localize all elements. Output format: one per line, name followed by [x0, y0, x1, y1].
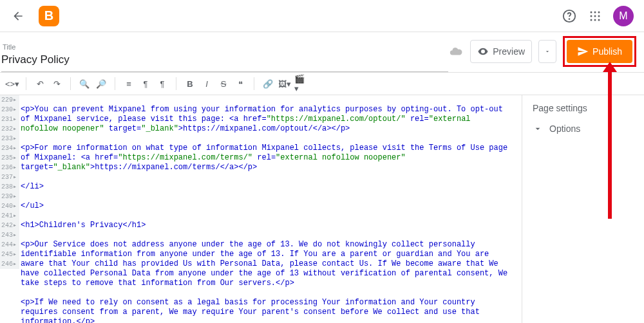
preview-dropdown-icon[interactable]: [538, 40, 556, 63]
cloud-saved-icon: [448, 44, 464, 59]
annotation-arrow-icon: [608, 71, 612, 219]
svg-point-4: [598, 11, 600, 13]
code-editor[interactable]: 229▸230▸231▸232▸233▸234▸235▸236▸237▸238▸…: [0, 95, 522, 323]
back-arrow-icon[interactable]: [10, 8, 26, 24]
svg-point-1: [569, 19, 570, 19]
svg-point-10: [598, 19, 600, 21]
editor-toolbar: <>▾ ↶ ↷ 🔍 🔎 ≡ ¶ ¶ B I S ❝ 🔗 🖼▾ 🎬▾: [0, 73, 644, 95]
preview-label: Preview: [493, 46, 525, 57]
svg-point-7: [598, 15, 600, 17]
link-icon[interactable]: 🔗: [261, 77, 275, 91]
strike-icon[interactable]: S: [216, 77, 231, 91]
italic-icon[interactable]: I: [200, 77, 214, 91]
title-input[interactable]: [1, 51, 448, 72]
app-header: B M: [0, 0, 644, 32]
zoom-out-icon[interactable]: 🔎: [94, 77, 108, 91]
title-row: Title Preview Publish: [0, 32, 644, 73]
sidebar-title: Page settings: [533, 103, 634, 113]
line-gutter: 229▸230▸231▸232▸233▸234▸235▸236▸237▸238▸…: [0, 95, 19, 269]
blogger-logo-icon: B: [39, 6, 59, 26]
svg-point-3: [594, 11, 596, 13]
chevron-down-icon: [533, 124, 543, 134]
options-label: Options: [549, 124, 580, 134]
rtl-icon[interactable]: ¶: [155, 77, 169, 91]
publish-label: Publish: [592, 46, 622, 57]
help-icon[interactable]: [562, 8, 577, 24]
apps-grid-icon[interactable]: [587, 8, 603, 24]
image-icon[interactable]: 🖼▾: [278, 77, 292, 91]
undo-icon[interactable]: ↶: [33, 77, 47, 91]
code-content[interactable]: <p>You can prevent Mixpanel from using y…: [21, 95, 522, 323]
ltr-icon[interactable]: ¶: [138, 77, 153, 91]
preview-button[interactable]: Preview: [470, 40, 532, 63]
redo-icon[interactable]: ↷: [50, 77, 64, 91]
svg-point-6: [594, 15, 596, 17]
publish-highlight: Publish: [563, 36, 636, 67]
svg-point-8: [591, 19, 592, 21]
svg-point-5: [591, 15, 592, 17]
code-view-icon[interactable]: <>▾: [5, 77, 19, 91]
user-avatar[interactable]: M: [613, 6, 634, 26]
quote-icon[interactable]: ❝: [233, 77, 247, 91]
zoom-in-icon[interactable]: 🔍: [77, 77, 91, 91]
video-icon[interactable]: 🎬▾: [294, 77, 308, 91]
page-settings-sidebar: Page settings Options: [522, 95, 644, 323]
align-icon[interactable]: ≡: [122, 77, 136, 91]
svg-point-9: [594, 19, 596, 21]
svg-point-2: [591, 11, 592, 13]
title-label: Title: [1, 43, 448, 51]
bold-icon[interactable]: B: [183, 77, 197, 91]
publish-button[interactable]: Publish: [567, 40, 632, 63]
options-item[interactable]: Options: [533, 124, 634, 134]
